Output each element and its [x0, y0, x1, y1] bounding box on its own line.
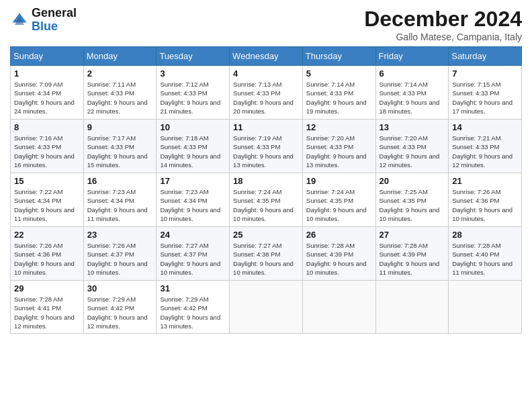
calendar-cell: 8Sunrise: 7:16 AMSunset: 4:33 PMDaylight…	[11, 120, 84, 173]
calendar-cell: 1Sunrise: 7:09 AMSunset: 4:34 PMDaylight…	[11, 66, 84, 120]
day-info: Sunrise: 7:09 AMSunset: 4:34 PMDaylight:…	[14, 80, 80, 116]
day-number: 6	[380, 68, 445, 79]
day-number: 5	[306, 68, 372, 79]
day-number: 30	[87, 283, 153, 293]
weekday-header-wednesday: Wednesday	[230, 47, 303, 66]
day-info: Sunrise: 7:12 AMSunset: 4:33 PMDaylight:…	[160, 80, 226, 116]
day-number: 15	[14, 176, 80, 186]
day-number: 3	[160, 68, 226, 79]
day-number: 26	[306, 230, 372, 240]
day-number: 20	[380, 176, 445, 186]
calendar-cell: 19Sunrise: 7:24 AMSunset: 4:35 PMDayligh…	[302, 173, 375, 227]
day-number: 27	[380, 230, 445, 240]
weekday-header-friday: Friday	[375, 47, 449, 66]
day-number: 16	[87, 176, 153, 186]
day-number: 21	[452, 176, 518, 186]
weekday-header-tuesday: Tuesday	[157, 47, 230, 66]
weekday-header-saturday: Saturday	[449, 47, 522, 66]
calendar-cell: 17Sunrise: 7:23 AMSunset: 4:34 PMDayligh…	[157, 173, 230, 227]
day-info: Sunrise: 7:28 AMSunset: 4:39 PMDaylight:…	[380, 241, 445, 277]
calendar-cell: 12Sunrise: 7:20 AMSunset: 4:33 PMDayligh…	[302, 120, 375, 173]
day-number: 19	[306, 176, 372, 186]
day-number: 12	[306, 122, 372, 132]
day-info: Sunrise: 7:28 AMSunset: 4:40 PMDaylight:…	[452, 241, 518, 277]
calendar-cell: 24Sunrise: 7:27 AMSunset: 4:37 PMDayligh…	[157, 227, 230, 281]
day-number: 23	[87, 230, 153, 240]
day-info: Sunrise: 7:29 AMSunset: 4:42 PMDaylight:…	[87, 295, 153, 330]
calendar-cell: 23Sunrise: 7:26 AMSunset: 4:37 PMDayligh…	[83, 227, 157, 281]
calendar-cell	[449, 281, 522, 334]
day-info: Sunrise: 7:28 AMSunset: 4:39 PMDaylight:…	[306, 241, 372, 277]
day-info: Sunrise: 7:26 AMSunset: 4:36 PMDaylight:…	[452, 187, 518, 223]
calendar-cell: 21Sunrise: 7:26 AMSunset: 4:36 PMDayligh…	[449, 173, 522, 227]
day-info: Sunrise: 7:22 AMSunset: 4:34 PMDaylight:…	[14, 187, 80, 223]
day-number: 1	[14, 68, 80, 79]
day-number: 8	[14, 122, 80, 132]
calendar-cell: 3Sunrise: 7:12 AMSunset: 4:33 PMDaylight…	[157, 66, 230, 120]
calendar-cell: 2Sunrise: 7:11 AMSunset: 4:33 PMDaylight…	[83, 66, 157, 120]
day-info: Sunrise: 7:19 AMSunset: 4:33 PMDaylight:…	[233, 134, 299, 169]
calendar-cell: 9Sunrise: 7:17 AMSunset: 4:33 PMDaylight…	[83, 120, 157, 173]
day-info: Sunrise: 7:11 AMSunset: 4:33 PMDaylight:…	[87, 80, 153, 116]
calendar-cell: 26Sunrise: 7:28 AMSunset: 4:39 PMDayligh…	[302, 227, 375, 281]
logo-icon	[10, 11, 29, 30]
calendar-cell: 11Sunrise: 7:19 AMSunset: 4:33 PMDayligh…	[230, 120, 303, 173]
day-info: Sunrise: 7:23 AMSunset: 4:34 PMDaylight:…	[87, 187, 153, 223]
calendar-cell: 14Sunrise: 7:21 AMSunset: 4:33 PMDayligh…	[449, 120, 522, 173]
logo-text: General Blue	[32, 7, 77, 34]
day-number: 9	[87, 122, 153, 132]
day-info: Sunrise: 7:28 AMSunset: 4:41 PMDaylight:…	[14, 295, 80, 330]
calendar-cell: 6Sunrise: 7:14 AMSunset: 4:33 PMDaylight…	[375, 66, 449, 120]
day-info: Sunrise: 7:24 AMSunset: 4:35 PMDaylight:…	[306, 187, 372, 223]
logo: General Blue	[10, 7, 77, 34]
day-number: 14	[452, 122, 518, 132]
calendar-cell: 25Sunrise: 7:27 AMSunset: 4:38 PMDayligh…	[230, 227, 303, 281]
calendar-cell	[230, 281, 303, 334]
day-info: Sunrise: 7:20 AMSunset: 4:33 PMDaylight:…	[306, 134, 372, 169]
calendar-cell: 4Sunrise: 7:13 AMSunset: 4:33 PMDaylight…	[230, 66, 303, 120]
calendar-cell: 28Sunrise: 7:28 AMSunset: 4:40 PMDayligh…	[449, 227, 522, 281]
day-info: Sunrise: 7:26 AMSunset: 4:36 PMDaylight:…	[14, 241, 80, 277]
day-info: Sunrise: 7:26 AMSunset: 4:37 PMDaylight:…	[87, 241, 153, 277]
weekday-header-thursday: Thursday	[302, 47, 375, 66]
weekday-header-sunday: Sunday	[11, 47, 84, 66]
day-number: 29	[14, 283, 80, 293]
calendar-cell: 20Sunrise: 7:25 AMSunset: 4:35 PMDayligh…	[375, 173, 449, 227]
day-number: 28	[452, 230, 518, 240]
calendar-cell: 18Sunrise: 7:24 AMSunset: 4:35 PMDayligh…	[230, 173, 303, 227]
day-info: Sunrise: 7:29 AMSunset: 4:42 PMDaylight:…	[160, 295, 226, 330]
calendar-cell: 10Sunrise: 7:18 AMSunset: 4:33 PMDayligh…	[157, 120, 230, 173]
day-number: 25	[233, 230, 299, 240]
logo-blue: Blue	[32, 19, 58, 33]
day-number: 10	[160, 122, 226, 132]
calendar-cell: 7Sunrise: 7:15 AMSunset: 4:33 PMDaylight…	[449, 66, 522, 120]
calendar-cell: 31Sunrise: 7:29 AMSunset: 4:42 PMDayligh…	[157, 281, 230, 334]
day-info: Sunrise: 7:14 AMSunset: 4:33 PMDaylight:…	[306, 80, 372, 116]
title-area: December 2024 Gallo Matese, Campania, It…	[364, 7, 522, 42]
day-info: Sunrise: 7:24 AMSunset: 4:35 PMDaylight:…	[233, 187, 299, 223]
calendar-table: SundayMondayTuesdayWednesdayThursdayFrid…	[10, 46, 522, 334]
day-info: Sunrise: 7:13 AMSunset: 4:33 PMDaylight:…	[233, 80, 299, 116]
day-number: 4	[233, 68, 299, 79]
day-number: 22	[14, 230, 80, 240]
calendar-cell	[375, 281, 449, 334]
logo-general: General	[32, 6, 77, 19]
day-number: 7	[452, 68, 518, 79]
location: Gallo Matese, Campania, Italy	[364, 32, 522, 42]
month-title: December 2024	[364, 7, 522, 32]
day-info: Sunrise: 7:27 AMSunset: 4:37 PMDaylight:…	[160, 241, 226, 277]
day-number: 13	[380, 122, 445, 132]
day-info: Sunrise: 7:14 AMSunset: 4:33 PMDaylight:…	[380, 80, 445, 116]
calendar-cell: 22Sunrise: 7:26 AMSunset: 4:36 PMDayligh…	[11, 227, 84, 281]
calendar-cell: 30Sunrise: 7:29 AMSunset: 4:42 PMDayligh…	[83, 281, 157, 334]
day-number: 31	[160, 283, 226, 293]
calendar-cell: 29Sunrise: 7:28 AMSunset: 4:41 PMDayligh…	[11, 281, 84, 334]
day-info: Sunrise: 7:18 AMSunset: 4:33 PMDaylight:…	[160, 134, 226, 169]
day-number: 18	[233, 176, 299, 186]
day-info: Sunrise: 7:25 AMSunset: 4:35 PMDaylight:…	[380, 187, 445, 223]
calendar-cell: 27Sunrise: 7:28 AMSunset: 4:39 PMDayligh…	[375, 227, 449, 281]
day-number: 2	[87, 68, 153, 79]
calendar-cell: 13Sunrise: 7:20 AMSunset: 4:33 PMDayligh…	[375, 120, 449, 173]
day-info: Sunrise: 7:23 AMSunset: 4:34 PMDaylight:…	[160, 187, 226, 223]
day-number: 24	[160, 230, 226, 240]
